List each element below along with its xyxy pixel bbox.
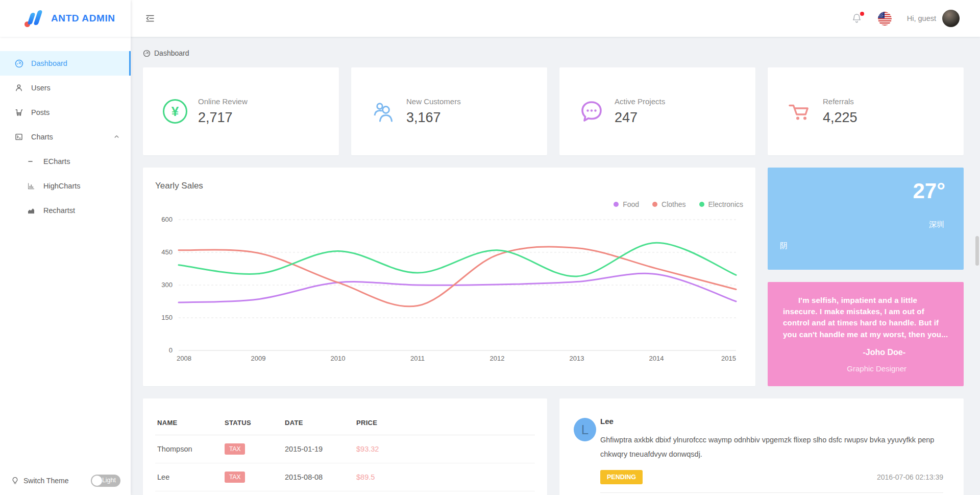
weather-city: 深圳 xyxy=(929,220,944,229)
message-icon xyxy=(579,99,604,124)
greeting-text: Hi, guest xyxy=(907,14,936,22)
svg-text:300: 300 xyxy=(161,281,173,289)
language-flag-icon[interactable] xyxy=(878,12,892,26)
breadcrumb[interactable]: Dashboard xyxy=(143,49,968,57)
column-header-name: NAME xyxy=(155,412,223,435)
app-logo[interactable]: ANTD ADMIN xyxy=(0,0,131,37)
svg-text:2010: 2010 xyxy=(331,355,346,362)
legend-item-food[interactable]: Food xyxy=(614,200,639,208)
stat-value: 4,225 xyxy=(823,110,857,126)
sidebar-menu: Dashboard Users Posts xyxy=(0,37,131,223)
user-menu[interactable]: Hi, guest xyxy=(907,10,960,27)
dash-icon xyxy=(27,157,36,166)
svg-text:150: 150 xyxy=(161,314,173,321)
sidebar-item-posts[interactable]: Posts xyxy=(0,100,131,125)
quote-role: Graphic Designer xyxy=(783,364,949,373)
svg-text:2014: 2014 xyxy=(649,355,664,362)
sidebar: ANTD ADMIN Dashboard Users xyxy=(0,0,131,495)
bulb-icon xyxy=(11,477,19,485)
notification-bell-icon[interactable] xyxy=(851,13,863,25)
main-content: Dashboard ¥ Online Review 2,717 New Cust… xyxy=(131,37,980,495)
column-header-date: DATE xyxy=(283,412,354,435)
comment-author: Lee xyxy=(600,417,943,426)
svg-text:2009: 2009 xyxy=(251,355,266,362)
user-avatar xyxy=(942,10,960,27)
yen-icon: ¥ xyxy=(162,99,188,124)
comment-text: Ghfiwptra axkbk dbixf ylnurofccc waymp o… xyxy=(600,433,943,462)
stat-card-active-projects: Active Projects 247 xyxy=(559,67,755,155)
yearly-sales-card: Yearly Sales Food Clothes Electronics xyxy=(143,168,755,386)
legend-label: Electronics xyxy=(708,200,743,208)
quote-text: I'm selfish, impatient and a little inse… xyxy=(783,295,949,340)
cell-price: $93.32 xyxy=(354,435,535,463)
team-icon xyxy=(371,99,396,124)
table-row: Thompson TAX 2015-01-19 $93.32 xyxy=(155,435,535,463)
legend-dot xyxy=(699,202,704,207)
code-box-icon xyxy=(14,132,23,142)
sidebar-item-charts[interactable]: Charts xyxy=(0,125,131,149)
divider xyxy=(600,492,943,493)
sidebar-item-label: ECharts xyxy=(43,157,70,166)
sidebar-item-users[interactable]: Users xyxy=(0,76,131,100)
chart-title: Yearly Sales xyxy=(155,180,203,191)
breadcrumb-label: Dashboard xyxy=(154,49,189,57)
theme-toggle[interactable]: Light xyxy=(91,475,120,487)
bar-chart-icon xyxy=(27,181,36,191)
table-header-row: NAME STATUS DATE PRICE xyxy=(155,412,535,435)
comment-card: L Lee Ghfiwptra axkbk dbixf ylnurofccc w… xyxy=(559,398,964,495)
legend-item-electronics[interactable]: Electronics xyxy=(699,200,743,208)
right-column: 27° 深圳 阴 I'm selfish, impatient and a li… xyxy=(768,168,964,386)
sidebar-item-label: Dashboard xyxy=(31,59,67,67)
menu-fold-icon[interactable] xyxy=(145,13,155,23)
sidebar-item-label: Rechartst xyxy=(43,206,75,215)
weather-condition: 阴 xyxy=(780,241,788,251)
orders-table: NAME STATUS DATE PRICE Thompson TAX 2015… xyxy=(155,412,535,491)
svg-text:2013: 2013 xyxy=(570,355,584,362)
stat-card-new-customers: New Customers 3,167 xyxy=(351,67,547,155)
toggle-state-label: Light xyxy=(102,477,116,484)
legend-item-clothes[interactable]: Clothes xyxy=(652,200,685,208)
user-icon xyxy=(14,83,23,92)
cell-date: 2015-01-19 xyxy=(283,435,354,463)
stat-label: Referrals xyxy=(823,97,857,106)
shopping-cart-icon xyxy=(787,99,813,124)
middle-row: Yearly Sales Food Clothes Electronics xyxy=(143,168,968,386)
stat-value: 247 xyxy=(615,110,665,126)
status-badge: TAX xyxy=(225,472,245,483)
chart-legend: Food Clothes Electronics xyxy=(614,200,743,208)
svg-text:2011: 2011 xyxy=(410,355,425,362)
yearly-sales-chart: 6004503001500200820092010201120122013201… xyxy=(155,211,743,365)
sidebar-item-label: HighCharts xyxy=(43,182,81,190)
dashboard-icon xyxy=(14,59,23,68)
quote-author: -Joho Doe- xyxy=(783,348,949,357)
orders-table-card: NAME STATUS DATE PRICE Thompson TAX 2015… xyxy=(143,398,547,495)
sidebar-item-label: Posts xyxy=(31,108,50,116)
svg-text:2012: 2012 xyxy=(490,355,505,362)
cell-date: 2015-08-08 xyxy=(283,463,354,491)
stat-label: Online Review xyxy=(198,97,248,106)
sidebar-item-rechartst[interactable]: Rechartst xyxy=(0,198,131,223)
stat-label: New Customers xyxy=(406,97,461,106)
svg-text:2008: 2008 xyxy=(177,355,191,362)
svg-text:600: 600 xyxy=(161,216,173,223)
brand-title: ANTD ADMIN xyxy=(51,13,115,24)
svg-text:2015: 2015 xyxy=(721,355,736,362)
table-row: Lee TAX 2015-08-08 $89.5 xyxy=(155,463,535,491)
pending-badge: PENDING xyxy=(600,470,643,484)
notification-dot xyxy=(860,12,864,16)
stat-value: 2,717 xyxy=(198,110,248,126)
sidebar-item-highcharts[interactable]: HighCharts xyxy=(0,174,131,198)
bottom-row: NAME STATUS DATE PRICE Thompson TAX 2015… xyxy=(143,398,968,495)
weather-card: 27° 深圳 阴 xyxy=(768,168,964,270)
scrollbar[interactable] xyxy=(975,236,979,266)
sidebar-item-echarts[interactable]: ECharts xyxy=(0,149,131,174)
column-header-price: PRICE xyxy=(354,412,535,435)
chevron-up-icon xyxy=(114,133,119,141)
cell-name: Thompson xyxy=(155,435,223,463)
legend-dot xyxy=(652,202,657,207)
weather-temperature: 27° xyxy=(913,179,945,203)
stat-card-online-review: ¥ Online Review 2,717 xyxy=(143,67,339,155)
sidebar-item-dashboard[interactable]: Dashboard xyxy=(0,51,131,76)
cell-name: Lee xyxy=(155,463,223,491)
cart-icon xyxy=(14,108,23,117)
